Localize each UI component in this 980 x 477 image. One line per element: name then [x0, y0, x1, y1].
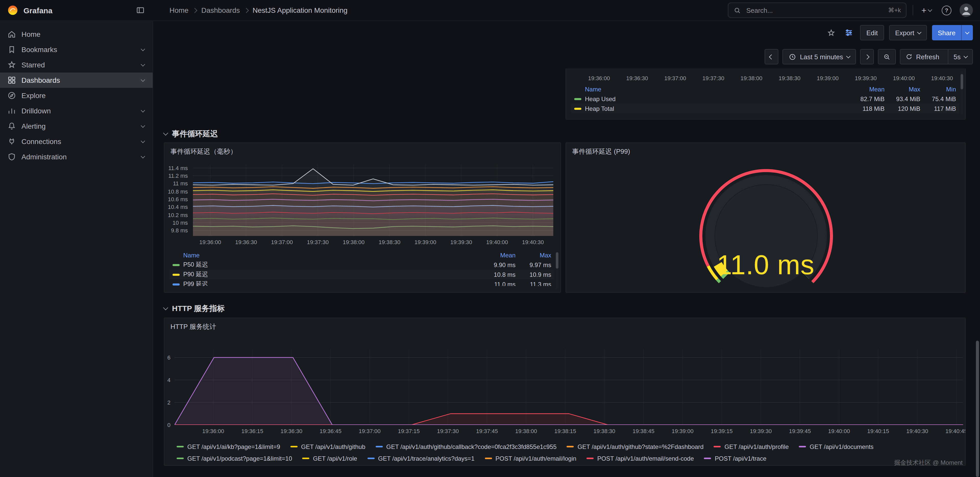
legend-item[interactable]: POST /api/v1/auth/email/login: [485, 455, 576, 462]
top-header: Grafana Home Dashboards NestJS Applicati…: [0, 0, 980, 21]
sidebar-item-bookmarks[interactable]: Bookmarks: [0, 42, 153, 57]
axis-tick-label: 4: [167, 377, 170, 383]
legend-scrollbar-thumb[interactable]: [961, 74, 963, 89]
legend-item[interactable]: GET /api/v1/podcast?page=1&limit=10: [177, 455, 292, 462]
legend-row[interactable]: Heap Total118 MiB120 MiB117 MiB: [571, 104, 959, 113]
sidebar-item-administration[interactable]: Administration: [0, 149, 153, 164]
brand[interactable]: Grafana: [7, 5, 52, 16]
panel-insights-button[interactable]: [843, 27, 855, 39]
share-button[interactable]: Share: [932, 25, 961, 40]
legend-item[interactable]: GET /api/v1/documents: [799, 443, 873, 450]
sidebar-item-alerting[interactable]: Alerting: [0, 118, 153, 134]
app-title: Grafana: [24, 6, 52, 14]
axis-tick-label: 19:37:15: [398, 428, 420, 434]
panel-title[interactable]: HTTP 服务统计: [164, 318, 965, 335]
sidebar-item-starred[interactable]: Starred: [0, 57, 153, 72]
help-button[interactable]: ?: [940, 3, 953, 17]
edit-button[interactable]: Edit: [860, 25, 884, 40]
axis-tick-label: 19:37:45: [476, 428, 498, 434]
home-icon: [7, 30, 16, 39]
axis-tick-label: 6: [167, 354, 170, 361]
legend-item[interactable]: GET /api/v1/auth/github/callback?code=0f…: [375, 443, 557, 450]
brand-area: Grafana: [0, 3, 153, 17]
memory-legend: NameMeanMaxMinHeap Used82.7 MiB93.4 MiB7…: [571, 84, 959, 113]
legend-item[interactable]: GET /api/v1/auth/github: [290, 443, 366, 450]
legend-item[interactable]: GET /api/v1/trace/analytics?days=1: [367, 455, 474, 462]
time-controls: Last 5 minutes Refresh 5s: [765, 49, 973, 64]
search-icon: [733, 6, 741, 14]
sidebar-item-dashboards[interactable]: Dashboards: [0, 72, 153, 88]
favorite-star-button[interactable]: [825, 26, 838, 39]
breadcrumb-home[interactable]: Home: [169, 6, 189, 14]
section-header-http[interactable]: HTTP 服务指标: [164, 302, 224, 314]
event-loop-chart[interactable]: [193, 164, 553, 236]
legend-row: GET /api/v1/ai/kb?page=1&limit=9GET /api…: [177, 441, 959, 453]
page-scrollbar-thumb[interactable]: [976, 341, 979, 477]
legend-row[interactable]: P90 延迟10.8 ms10.9 ms: [169, 270, 554, 279]
share-dropdown-button[interactable]: [961, 25, 973, 40]
time-shift-back-button[interactable]: [765, 49, 778, 64]
legend-row[interactable]: P99 延迟11.0 ms11.3 ms: [169, 279, 554, 286]
chevron-down-icon: [141, 139, 145, 143]
axis-tick-label: 19:40:00: [828, 428, 850, 434]
event-loop-delay-panel: 事件循环延迟（毫秒） 9.8 ms10 ms10.2 ms10.4 ms10.6…: [164, 142, 561, 293]
export-button[interactable]: Export: [889, 25, 927, 40]
sidebar-item-explore[interactable]: Explore: [0, 88, 153, 103]
refresh-button[interactable]: Refresh: [900, 49, 944, 64]
legend-item[interactable]: POST /api/v1/auth/email/send-code: [587, 455, 694, 462]
section-header-event-loop[interactable]: 事件循环延迟: [164, 128, 218, 140]
dock-menu-button[interactable]: [134, 3, 147, 17]
collapse-chevron-icon: [163, 305, 168, 310]
chevron-right-icon: [864, 54, 870, 59]
axis-tick-label: 19:40:30: [931, 75, 953, 81]
axis-tick-label: 19:36:45: [320, 428, 342, 434]
zoom-out-button[interactable]: [878, 49, 896, 64]
axis-tick-label: 19:38:30: [779, 75, 800, 81]
sidebar-item-label: Connections: [21, 137, 61, 145]
http-chart[interactable]: [175, 349, 963, 425]
add-new-button[interactable]: +: [919, 4, 934, 17]
refresh-interval-button[interactable]: 5s: [948, 49, 972, 64]
edit-label: Edit: [866, 29, 878, 37]
nav-sidebar: Home Bookmarks Starred Dashboards Explor…: [0, 21, 153, 477]
event-loop-y-axis: 9.8 ms10 ms10.2 ms10.4 ms10.6 ms10.8 ms1…: [164, 164, 190, 236]
axis-tick-label: 19:37:00: [359, 428, 381, 434]
legend-row[interactable]: Heap Used82.7 MiB93.4 MiB75.4 MiB: [571, 94, 959, 104]
axis-tick-label: 19:36:15: [242, 428, 263, 434]
legend-item[interactable]: GET /api/v1/auth/profile: [714, 443, 789, 450]
bell-icon: [7, 121, 16, 131]
collapse-chevron-icon: [163, 131, 168, 136]
sidebar-item-home[interactable]: Home: [0, 27, 153, 42]
panel-title[interactable]: 事件循环延迟 (P99): [566, 143, 965, 160]
refresh-label: Refresh: [916, 53, 939, 61]
sidebar-item-drilldown[interactable]: Drilldown: [0, 103, 153, 118]
axis-tick-label: 11.4 ms: [168, 165, 188, 171]
grafana-app: Grafana Home Dashboards NestJS Applicati…: [0, 0, 980, 477]
axis-tick-label: 11.2 ms: [168, 172, 188, 179]
sidebar-item-label: Home: [21, 30, 41, 38]
axis-tick-label: 19:40:00: [486, 239, 508, 245]
dock-panel-icon: [136, 6, 145, 15]
legend-item[interactable]: POST /api/v1/trace: [704, 455, 767, 462]
legend-scrollbar-thumb[interactable]: [556, 252, 558, 269]
axis-tick-label: 10.4 ms: [168, 204, 188, 210]
legend-item[interactable]: GET /api/v1/ai/kb?page=1&limit=9: [177, 443, 280, 450]
http-x-axis: 19:36:0019:36:1519:36:3019:36:4519:37:00…: [175, 428, 963, 435]
breadcrumb-current: NestJS Application Monitoring: [253, 6, 348, 14]
time-range-picker-button[interactable]: Last 5 minutes: [783, 49, 856, 64]
drilldown-bars-icon: [7, 106, 16, 115]
user-icon: [959, 3, 973, 17]
search-box[interactable]: ⌘+k: [728, 3, 907, 18]
legend-item[interactable]: GET /api/v1/auth/github?state=%2Fdashboa…: [567, 443, 703, 450]
search-input[interactable]: [745, 6, 884, 14]
user-avatar[interactable]: [959, 3, 973, 17]
sidebar-item-label: Alerting: [21, 122, 46, 130]
sidebar-item-connections[interactable]: Connections: [0, 134, 153, 149]
breadcrumb-dashboards[interactable]: Dashboards: [201, 6, 240, 14]
axis-tick-label: 19:39:00: [672, 428, 694, 434]
time-shift-forward-button[interactable]: [860, 49, 873, 64]
panel-title[interactable]: 事件循环延迟（毫秒）: [164, 143, 560, 160]
legend-row[interactable]: P50 延迟9.90 ms9.97 ms: [169, 260, 554, 270]
watermark-text: 掘金技术社区 @ Moment: [894, 459, 963, 467]
legend-item[interactable]: GET /api/v1/role: [302, 455, 357, 462]
